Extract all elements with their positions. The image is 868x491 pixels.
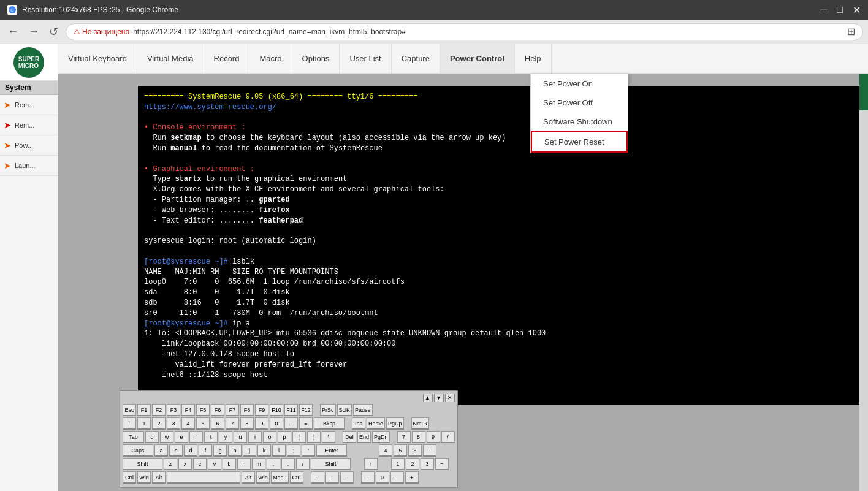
vk-w[interactable]: w [160, 431, 173, 443]
vk-l[interactable]: l [272, 444, 286, 457]
vk-backtick[interactable]: ` [123, 417, 136, 430]
vk-y[interactable]: y [219, 431, 232, 443]
vk-slash[interactable]: / [296, 458, 310, 470]
nav-virtual-media[interactable]: Virtual Media [137, 44, 204, 73]
vk-6[interactable]: 6 [211, 417, 224, 430]
vk-num2[interactable]: 2 [406, 458, 419, 470]
vk-num3[interactable]: 3 [421, 458, 434, 470]
vk-7[interactable]: 7 [226, 417, 239, 430]
vk-down-button[interactable]: ▼ [434, 394, 444, 402]
dropdown-set-power-off[interactable]: Set Power Off [531, 93, 628, 112]
vk-num1[interactable]: 1 [391, 458, 405, 470]
vk-f11[interactable]: F11 [284, 404, 298, 416]
vk-f3[interactable]: F3 [167, 404, 180, 416]
vk-9[interactable]: 9 [255, 417, 268, 430]
vk-f9[interactable]: F9 [255, 404, 268, 416]
dropdown-set-power-on[interactable]: Set Power On [531, 74, 628, 93]
nav-macro[interactable]: Macro [249, 44, 292, 73]
sidebar-item-remote1[interactable]: ➤ Rem... [0, 95, 58, 115]
vk-esc[interactable]: Esc [123, 404, 136, 416]
vk-u[interactable]: u [234, 431, 247, 443]
vk-del[interactable]: Del [343, 431, 356, 443]
vk-num9[interactable]: 9 [427, 431, 440, 443]
vk-numminus[interactable]: - [423, 444, 436, 457]
nav-power-control[interactable]: Power Control [440, 44, 515, 73]
vk-f1[interactable]: F1 [137, 404, 151, 416]
vk-win-left[interactable]: Win [137, 471, 151, 484]
vk-f7[interactable]: F7 [226, 404, 239, 416]
translate-icon[interactable]: ⊞ [847, 26, 855, 37]
nav-record[interactable]: Record [204, 44, 250, 73]
vk-tab[interactable]: Tab [123, 431, 144, 443]
vk-quote[interactable]: ' [302, 444, 315, 457]
vk-f[interactable]: f [199, 444, 212, 457]
vk-f5[interactable]: F5 [196, 404, 210, 416]
vk-enter[interactable]: Enter [316, 444, 347, 457]
sidebar-item-power[interactable]: ➤ Pow... [0, 135, 58, 156]
vk-sclk[interactable]: SclK [337, 404, 352, 416]
vk-alt-left[interactable]: Alt [152, 471, 166, 484]
vk-t[interactable]: t [204, 431, 218, 443]
vk-num4[interactable]: 4 [379, 444, 392, 457]
nav-options[interactable]: Options [292, 44, 340, 73]
vk-num-plus[interactable]: + [405, 471, 419, 484]
vk-3[interactable]: 3 [167, 417, 180, 430]
nav-help[interactable]: Help [515, 44, 552, 73]
dropdown-software-shutdown[interactable]: Software Shutdown [531, 112, 628, 131]
vk-pgdn[interactable]: PgDn [372, 431, 390, 443]
vk-rbracket[interactable]: ] [307, 431, 321, 443]
vk-z[interactable]: z [164, 458, 177, 470]
vk-2[interactable]: 2 [152, 417, 166, 430]
vk-j[interactable]: j [243, 444, 256, 457]
vk-ctrl-right[interactable]: Ctrl [290, 471, 303, 484]
vk-e[interactable]: e [175, 431, 188, 443]
refresh-button[interactable]: ↺ [47, 23, 61, 41]
dropdown-set-power-reset[interactable]: Set Power Reset [531, 131, 628, 153]
vk-r[interactable]: r [189, 431, 203, 443]
nav-capture[interactable]: Capture [392, 44, 440, 73]
vk-pgup[interactable]: PgUp [386, 417, 404, 430]
vk-d[interactable]: d [184, 444, 197, 457]
vk-ins[interactable]: Ins [352, 417, 365, 430]
vk-home[interactable]: Home [367, 417, 385, 430]
vk-lbracket[interactable]: [ [292, 431, 306, 443]
vk-arrow-right[interactable]: → [340, 471, 354, 484]
vk-4[interactable]: 4 [181, 417, 195, 430]
vk-m[interactable]: m [252, 458, 265, 470]
vk-arrow-left[interactable]: ← [311, 471, 324, 484]
nav-virtual-keyboard[interactable]: Virtual Keyboard [58, 44, 137, 73]
vk-num5[interactable]: 5 [394, 444, 407, 457]
vk-0[interactable]: 0 [270, 417, 283, 430]
back-button[interactable]: ← [5, 23, 21, 40]
vk-backslash[interactable]: \ [322, 431, 335, 443]
vk-g[interactable]: g [213, 444, 227, 457]
close-button[interactable]: ✕ [853, 4, 861, 16]
vk-f10[interactable]: F10 [270, 404, 283, 416]
vk-space[interactable] [167, 471, 240, 484]
vk-num0[interactable]: 0 [376, 471, 389, 484]
vk-close-button[interactable]: ✕ [445, 394, 455, 402]
vk-shift-right[interactable]: Shift [311, 458, 351, 470]
vk-end[interactable]: End [357, 431, 371, 443]
vk-b[interactable]: b [223, 458, 236, 470]
vk-num8[interactable]: 8 [412, 431, 425, 443]
vk-8[interactable]: 8 [240, 417, 254, 430]
maximize-button[interactable]: □ [837, 4, 843, 16]
vk-period[interactable]: . [281, 458, 295, 470]
nav-user-list[interactable]: User List [340, 44, 391, 73]
vk-numequals[interactable]: = [435, 458, 449, 470]
vk-x[interactable]: x [178, 458, 192, 470]
address-box[interactable]: ⚠ Не защищено https://212.224.112.130/cg… [66, 23, 863, 40]
vk-semicolon[interactable]: ; [287, 444, 300, 457]
vk-num7[interactable]: 7 [397, 431, 411, 443]
vk-alt-right[interactable]: Alt [242, 471, 255, 484]
vk-q[interactable]: q [145, 431, 159, 443]
vk-equals[interactable]: = [299, 417, 313, 430]
vk-s[interactable]: s [169, 444, 183, 457]
vk-shift-left[interactable]: Shift [123, 458, 162, 470]
vk-o[interactable]: o [263, 431, 276, 443]
vk-up-button[interactable]: ▲ [423, 394, 433, 402]
vk-num6[interactable]: 6 [408, 444, 422, 457]
vk-f6[interactable]: F6 [211, 404, 224, 416]
vk-c[interactable]: c [193, 458, 207, 470]
